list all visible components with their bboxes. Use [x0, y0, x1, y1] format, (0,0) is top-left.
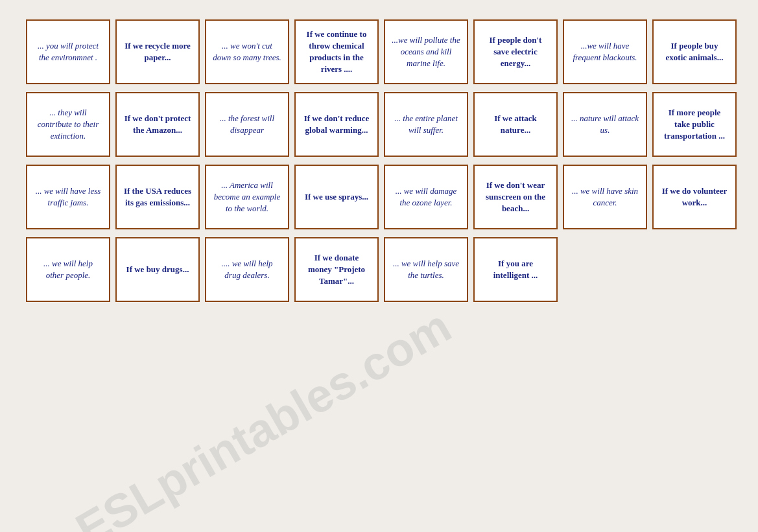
card-2-2: ... America will become an example to th…: [205, 165, 289, 229]
card-3-2: .... we will help drug dealers.: [205, 237, 289, 302]
card-text-3-5: If you are intelligent ...: [481, 258, 550, 281]
card-2-3: If we use sprays...: [294, 165, 379, 229]
card-0-0: ... you will protect the environmnet .: [26, 19, 110, 84]
card-1-3: If we don't reduce global warming...: [294, 92, 379, 157]
card-text-2-6: ... we will have skin cancer.: [571, 185, 639, 209]
card-text-0-4: ...we will pollute the oceans and kill m…: [392, 34, 460, 70]
card-text-1-5: If we attack nature...: [481, 113, 550, 136]
card-text-2-5: If we don't wear sunscreen on the beach.…: [481, 179, 550, 215]
card-1-6: ... nature will attack us.: [563, 92, 647, 157]
row-1: ... they will contribute to their extinc…: [26, 92, 732, 157]
row-3: ... we will help other people.If we buy …: [26, 237, 732, 302]
card-text-2-4: ... we will damage the ozone layer.: [392, 185, 460, 209]
card-text-2-7: If we do volunteer work...: [660, 185, 729, 209]
card-text-1-1: If we don't protect the Amazon...: [123, 113, 192, 136]
card-3-3: If we donate money "Projeto Tamar"...: [294, 237, 379, 302]
card-0-7: If people buy exotic animals...: [652, 19, 737, 84]
card-0-5: If people don't save electric energy...: [473, 19, 558, 84]
card-0-2: ... we won't cut down so many trees.: [205, 19, 289, 84]
card-text-3-1: If we buy drugs...: [126, 264, 189, 275]
card-2-7: If we do volunteer work...: [652, 165, 737, 229]
card-text-1-3: If we don't reduce global warming...: [302, 113, 371, 136]
card-2-6: ... we will have skin cancer.: [563, 165, 647, 229]
card-text-0-6: ...we will have frequent blackouts.: [571, 40, 639, 64]
card-text-1-2: ... the forest will disappear: [213, 113, 281, 136]
card-text-0-2: ... we won't cut down so many trees.: [213, 40, 281, 64]
card-text-0-5: If people don't save electric energy...: [481, 34, 550, 70]
card-3-0: ... we will help other people.: [26, 237, 110, 302]
card-text-3-4: ... we will help save the turtles.: [392, 258, 460, 281]
card-text-3-2: .... we will help drug dealers.: [213, 258, 281, 281]
card-3-4: ... we will help save the turtles.: [384, 237, 468, 302]
card-text-1-0: ... they will contribute to their extinc…: [34, 107, 102, 143]
card-2-4: ... we will damage the ozone layer.: [384, 165, 468, 229]
page: ... you will protect the environmnet .If…: [0, 0, 758, 321]
card-1-5: If we attack nature...: [473, 92, 558, 157]
card-0-6: ...we will have frequent blackouts.: [563, 19, 647, 84]
card-text-1-7: If more people take public transportatio…: [660, 107, 729, 143]
card-1-4: ... the entire planet will suffer.: [384, 92, 468, 157]
card-text-1-4: ... the entire planet will suffer.: [392, 113, 460, 136]
row-2: ... we will have less traffic jams.If th…: [26, 165, 732, 229]
card-text-3-3: If we donate money "Projeto Tamar"...: [302, 252, 371, 288]
card-3-1: If we buy drugs...: [115, 237, 200, 302]
card-text-2-1: If the USA reduces its gas emissions...: [123, 185, 192, 209]
card-text-0-0: ... you will protect the environmnet .: [34, 40, 102, 64]
card-text-0-7: If people buy exotic animals...: [660, 40, 729, 64]
card-text-2-2: ... America will become an example to th…: [213, 179, 281, 215]
card-1-2: ... the forest will disappear: [205, 92, 289, 157]
card-2-5: If we don't wear sunscreen on the beach.…: [473, 165, 558, 229]
card-text-2-3: If we use sprays...: [305, 191, 368, 203]
card-text-0-1: If we recycle more paper...: [123, 40, 192, 64]
card-2-1: If the USA reduces its gas emissions...: [115, 165, 200, 229]
card-text-1-6: ... nature will attack us.: [571, 113, 639, 136]
watermark: ESLprintables.com: [67, 299, 460, 532]
card-2-0: ... we will have less traffic jams.: [26, 165, 110, 229]
card-text-2-0: ... we will have less traffic jams.: [34, 185, 102, 209]
card-text-3-0: ... we will help other people.: [34, 258, 102, 281]
card-3-5: If you are intelligent ...: [473, 237, 558, 302]
card-1-1: If we don't protect the Amazon...: [115, 92, 200, 157]
card-0-4: ...we will pollute the oceans and kill m…: [384, 19, 468, 84]
card-1-7: If more people take public transportatio…: [652, 92, 737, 157]
card-1-0: ... they will contribute to their extinc…: [26, 92, 110, 157]
card-0-3: If we continue to throw chemical product…: [294, 19, 379, 84]
card-0-1: If we recycle more paper...: [115, 19, 200, 84]
card-text-0-3: If we continue to throw chemical product…: [302, 29, 371, 76]
row-0: ... you will protect the environmnet .If…: [26, 19, 732, 84]
